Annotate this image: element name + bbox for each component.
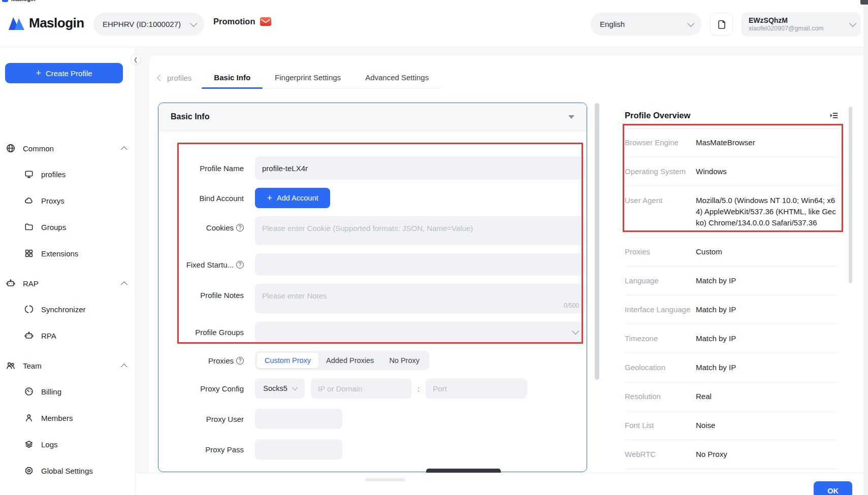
proxy-config-label: Proxy Config (172, 384, 244, 393)
workspace-dropdown[interactable]: EHPHRV (ID:1000027) (93, 13, 204, 36)
proxies-label: Proxies ? (172, 356, 244, 365)
language-label: English (600, 20, 625, 28)
team-icon (6, 361, 15, 370)
chevron-down-icon (190, 19, 197, 26)
main-scrollbar[interactable] (595, 103, 599, 380)
language-selector[interactable]: English (591, 13, 701, 36)
plus-icon: + (267, 193, 273, 203)
help-icon[interactable]: ? (236, 224, 244, 232)
fixed-startup-input[interactable] (255, 253, 585, 276)
proxy-mode-custom[interactable]: Custom Proxy (257, 353, 318, 368)
sidebar-item-synchronizer[interactable]: Synchronizer (24, 303, 160, 316)
chevron-left-icon (157, 75, 164, 81)
globe-icon (6, 144, 15, 153)
basic-info-card-header[interactable]: Basic Info (158, 103, 587, 131)
field-bind-account: Bind Account + Add Account (172, 188, 587, 208)
user-account-menu[interactable]: EWzSQhzM xiaofei020907@gmail.com (742, 12, 860, 37)
overview-row: Geolocation Match by IP (625, 353, 838, 382)
envelope-icon (260, 17, 271, 26)
ok-button[interactable]: OK (814, 481, 852, 495)
sidebar-collapse-button[interactable]: ❮ (131, 54, 141, 64)
proxy-user-label: Proxy User (172, 415, 244, 423)
field-profile-name: Profile Name (172, 156, 587, 180)
window-corner-fragment (860, 0, 868, 5)
horizontal-scrollbar[interactable] (365, 478, 405, 481)
cut-off-element (426, 469, 501, 473)
chevron-down-icon (572, 327, 579, 335)
profile-groups-select[interactable] (255, 321, 585, 343)
tab-group: Basic Info Fingerprint Settings Advanced… (202, 67, 441, 89)
sidebar-item-profiles[interactable]: profiles (24, 168, 160, 181)
field-proxy-config: Proxy Config Socks5 : (172, 378, 587, 399)
proxy-mode-added[interactable]: Added Proxies (318, 353, 381, 368)
sidebar: + Create Profile Common profiles Proxys (0, 47, 136, 495)
proxy-mode-none[interactable]: No Proxy (381, 353, 427, 368)
overview-row: Font List Noise (625, 411, 838, 440)
person-icon (24, 413, 34, 422)
tab-advanced-settings[interactable]: Advanced Settings (353, 67, 441, 88)
proxy-protocol-select[interactable]: Socks5 (255, 378, 305, 399)
char-counter: 0/500 (564, 302, 579, 309)
robot-icon (24, 331, 34, 340)
overview-row: Proxies Custom (625, 238, 838, 267)
tab-basic-info[interactable]: Basic Info (202, 67, 263, 88)
basic-info-form: Profile Name Bind Account + Add Account … (158, 131, 587, 459)
folder-icon (24, 222, 34, 232)
gauge-icon (24, 387, 34, 396)
sidebar-item-billing[interactable]: Billing (24, 385, 160, 398)
sidebar-item-proxys[interactable]: Proxys (24, 194, 160, 207)
proxy-ip-input[interactable] (311, 378, 411, 399)
back-to-profiles[interactable]: profiles (158, 67, 202, 89)
tab-bar: profiles Basic Info Fingerprint Settings… (158, 67, 441, 89)
sidebar-item-logs[interactable]: Logs (24, 438, 160, 451)
card-title: Basic Info (171, 112, 209, 121)
tab-fingerprint-settings[interactable]: Fingerprint Settings (263, 67, 353, 88)
chevron-down-icon (292, 385, 298, 390)
overview-row: User Agent Mozilla/5.0 (Windows NT 10.0;… (625, 186, 838, 238)
app-window: Maslogin Maslogin EHPHRV (ID:1000027) Pr… (0, 0, 868, 495)
sidebar-item-extensions[interactable]: Extensions (24, 247, 160, 260)
overview-row: WebRTC No Proxy (625, 440, 838, 469)
monitor-icon (24, 170, 34, 179)
proxy-user-input[interactable] (255, 409, 342, 429)
profile-overview-title: Profile Overview (625, 111, 690, 120)
profile-notes-textarea[interactable] (255, 284, 585, 313)
create-profile-button[interactable]: + Create Profile (5, 63, 123, 83)
field-proxy-pass: Proxy Pass (172, 439, 587, 459)
chevron-down-icon (687, 19, 694, 26)
overview-row: Browser Engine MasMateBrowser (625, 128, 838, 157)
field-profile-notes: Profile Notes 0/500 (172, 284, 587, 313)
robot-icon (6, 279, 15, 288)
profile-name-input[interactable] (255, 156, 585, 180)
brand-logo: Maslogin (8, 15, 84, 31)
cookies-textarea[interactable] (255, 216, 585, 245)
gear-icon (24, 466, 34, 475)
proxy-port-input[interactable] (426, 378, 527, 399)
help-icon[interactable]: ? (236, 357, 244, 365)
overview-row: Operating System Windows (625, 157, 838, 186)
panel-scrollbar[interactable] (849, 107, 852, 283)
sidebar-section-team[interactable]: Team (6, 359, 142, 372)
sidebar-item-groups[interactable]: Groups (24, 220, 160, 234)
document-icon (717, 19, 727, 29)
caret-down-icon (568, 115, 574, 119)
overview-row: Language Match by IP (625, 267, 838, 295)
window-scrollbar-track[interactable] (863, 0, 868, 495)
sidebar-item-members[interactable]: Members (24, 411, 160, 424)
maslogin-logo-icon (8, 16, 25, 30)
chevron-up-icon (121, 281, 127, 288)
fixed-startup-label: Fixed Startu... ? (172, 260, 244, 269)
proxy-pass-input[interactable] (255, 439, 342, 459)
layers-icon (24, 440, 34, 449)
help-icon[interactable]: ? (236, 261, 244, 269)
logo-text: Maslogin (29, 15, 84, 31)
sidebar-item-rpa[interactable]: RPA (24, 329, 160, 342)
sidebar-section-rap[interactable]: RAP (6, 277, 142, 290)
document-button[interactable] (710, 13, 733, 36)
sync-icon (24, 305, 34, 314)
plus-icon: + (36, 69, 41, 78)
promotion-link[interactable]: Promotion (213, 17, 271, 26)
add-account-button[interactable]: + Add Account (255, 188, 330, 208)
sidebar-section-common[interactable]: Common (6, 142, 142, 155)
collapse-list-icon[interactable] (829, 112, 838, 119)
